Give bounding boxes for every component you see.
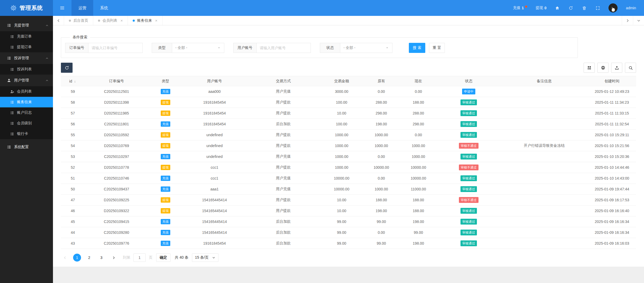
withdraw-notice[interactable]: 提现 0 bbox=[536, 6, 547, 10]
sidebar-item-label: 会员列表 bbox=[17, 89, 32, 94]
sidebar-item-充值订单[interactable]: 充值订单 bbox=[0, 31, 53, 42]
pagination: 123 到第 页 确定 共 40 条 15 条/页 bbox=[61, 253, 636, 262]
prev-page-button[interactable] bbox=[61, 254, 69, 262]
tab-close-icon[interactable]: × bbox=[120, 19, 123, 22]
cell-before: 1000.00 bbox=[363, 140, 400, 151]
username[interactable]: admin bbox=[626, 6, 636, 10]
status-badge: 审核不通过 bbox=[459, 197, 478, 203]
cell-type: 充值 bbox=[148, 216, 183, 227]
tab-status-dot bbox=[98, 20, 100, 22]
column-header-id[interactable]: id bbox=[61, 76, 85, 86]
cell-status: 审核通过 bbox=[437, 108, 500, 119]
goto-page-input[interactable] bbox=[133, 253, 146, 262]
per-page-select[interactable]: 15 条/页 bbox=[192, 253, 218, 262]
page-button-1[interactable]: 1 bbox=[73, 254, 81, 262]
top-menu-item-系统[interactable]: 系统 bbox=[93, 0, 115, 16]
columns-icon bbox=[587, 66, 592, 70]
goto-confirm-button[interactable]: 确定 bbox=[156, 253, 171, 262]
sidebar-group-系统配置[interactable]: 系统配置 bbox=[0, 141, 53, 153]
sidebar-item-提现订单[interactable]: 提现订单 bbox=[0, 42, 53, 52]
cell-status: 审核通过 bbox=[437, 238, 500, 249]
list-icon bbox=[7, 145, 11, 149]
columns-button[interactable] bbox=[584, 63, 595, 73]
sidebar-group-投诉管理[interactable]: 投诉管理 bbox=[0, 52, 53, 64]
order-no-label: 订单编号 bbox=[65, 43, 88, 53]
cell-type: 提现 bbox=[148, 206, 183, 216]
cell-amount: 99.00 bbox=[320, 238, 363, 249]
search-button[interactable] bbox=[625, 63, 636, 73]
chevron-right-icon bbox=[625, 19, 630, 23]
sidebar-item-投诉列表[interactable]: 投诉列表 bbox=[0, 64, 53, 75]
cell-status: 申请中 bbox=[437, 86, 500, 97]
cell-id: 46 bbox=[61, 206, 85, 216]
status-badge: 审核通过 bbox=[460, 99, 477, 105]
trash-icon[interactable] bbox=[582, 6, 587, 10]
chevron-up-icon bbox=[45, 57, 49, 60]
recharge-count: 1 bbox=[522, 6, 524, 10]
chevron-left-icon bbox=[56, 19, 61, 23]
cell-id: 56 bbox=[61, 119, 85, 130]
sidebar-item-会员级别[interactable]: 会员级别 bbox=[0, 118, 53, 129]
sidebar-group-用户管理[interactable]: 用户管理 bbox=[0, 75, 53, 86]
column-header-备注信息: 备注信息 bbox=[500, 76, 588, 86]
column-header-label: 创建时间 bbox=[605, 79, 619, 83]
sidebar-toggle-button[interactable] bbox=[53, 0, 71, 16]
content-card: 条件搜索 订单编号 类型 - 全部 - 用户账号 bbox=[53, 25, 644, 267]
tab-账务往来[interactable]: 账务往来× bbox=[128, 16, 163, 25]
refresh-icon[interactable] bbox=[569, 6, 573, 10]
cell-id: 50 bbox=[61, 184, 85, 195]
list-icon bbox=[10, 100, 14, 104]
sort-icon[interactable] bbox=[74, 80, 76, 83]
account-input[interactable] bbox=[256, 43, 311, 53]
type-group: 类型 - 全部 - bbox=[152, 43, 224, 53]
tab-list: 后台首页会员列表×账务往来× bbox=[64, 16, 163, 25]
tab-会员列表[interactable]: 会员列表× bbox=[93, 16, 128, 25]
cell-order_no: C20250109415 bbox=[85, 216, 148, 227]
cell-method: 用户提款 bbox=[246, 206, 320, 216]
cell-type: 提现 bbox=[148, 130, 183, 140]
top-menu-item-运营[interactable]: 运营 bbox=[71, 0, 93, 16]
home-icon[interactable] bbox=[555, 6, 560, 10]
tabs-scroll-left-button[interactable] bbox=[53, 16, 64, 25]
status-select[interactable]: - 全部 - bbox=[340, 43, 392, 53]
avatar[interactable] bbox=[609, 3, 618, 12]
cell-amount: 99.00 bbox=[320, 216, 363, 227]
tabs-scroll-right-button[interactable] bbox=[622, 16, 633, 25]
column-header-label: 状态 bbox=[465, 79, 472, 83]
cell-account: 19161845454 bbox=[183, 238, 246, 249]
cell-type: 提现 bbox=[148, 108, 183, 119]
recharge-notice[interactable]: 充值 1 bbox=[513, 6, 527, 10]
cell-before: 0.00 bbox=[363, 227, 400, 238]
order-no-input[interactable] bbox=[88, 43, 143, 53]
search-button[interactable]: 搜 索 bbox=[409, 43, 425, 53]
tabs-menu-button[interactable] bbox=[633, 16, 644, 25]
type-select[interactable]: - 全部 - bbox=[172, 43, 224, 53]
sidebar-item-银行卡[interactable]: 银行卡 bbox=[0, 129, 53, 139]
order-no-group: 订单编号 bbox=[65, 43, 143, 53]
sidebar-group-label: 投诉管理 bbox=[14, 56, 29, 61]
caret-down-icon bbox=[385, 46, 389, 50]
refresh-button[interactable] bbox=[61, 63, 73, 73]
cell-amount: 100.00 bbox=[320, 119, 363, 130]
sidebar-item-账户日志[interactable]: 账户日志 bbox=[0, 107, 53, 118]
sidebar-item-账务往来[interactable]: 账务往来 bbox=[0, 97, 53, 107]
cell-remark bbox=[500, 151, 588, 162]
export-button[interactable] bbox=[611, 63, 622, 73]
tab-后台首页[interactable]: 后台首页 bbox=[64, 16, 93, 25]
print-button[interactable] bbox=[597, 63, 609, 73]
page-button-2[interactable]: 2 bbox=[85, 254, 93, 262]
expand-icon[interactable] bbox=[596, 6, 600, 10]
cell-status: 审核通过 bbox=[437, 216, 500, 227]
sidebar-group-充提管理[interactable]: 充提管理 bbox=[0, 20, 53, 31]
status-badge: 审核通过 bbox=[460, 110, 477, 116]
reset-button[interactable]: 重 置 bbox=[429, 43, 445, 53]
tab-close-icon[interactable]: × bbox=[155, 19, 158, 22]
table-row: 43C20250109776充值19161845454后台加款99.0099.0… bbox=[61, 238, 636, 249]
next-page-button[interactable] bbox=[110, 254, 118, 262]
cell-account: 19161845454 bbox=[183, 97, 246, 108]
cell-amount: 10.00 bbox=[320, 195, 363, 206]
sidebar-item-会员列表[interactable]: 会员列表 bbox=[0, 86, 53, 97]
page-button-3[interactable]: 3 bbox=[97, 254, 105, 262]
page-suffix-label: 页 bbox=[149, 255, 153, 260]
column-header-label: 用户账号 bbox=[207, 79, 222, 83]
